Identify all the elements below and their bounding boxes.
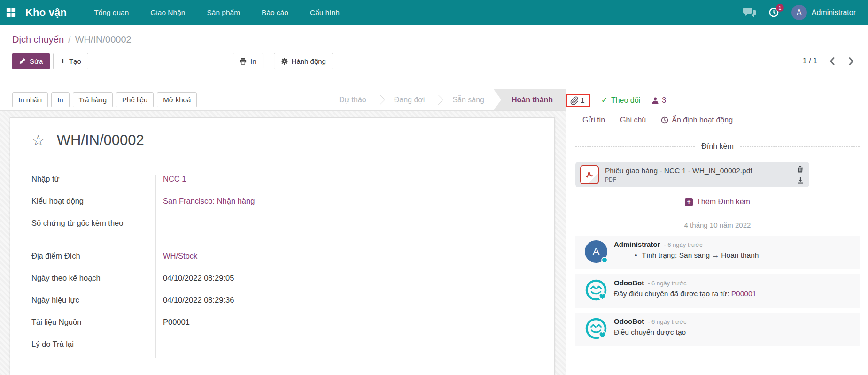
form-sheet-background: ☆ WH/IN/00002 Nhập từ NCC 1 Kiểu hoạt độ… — [0, 111, 566, 375]
field-row: Ngày theo kế hoạch 04/10/2022 08:29:05 — [31, 272, 535, 294]
breadcrumb-separator: / — [68, 34, 71, 45]
plus-square-icon: + — [685, 198, 693, 206]
download-attachment-icon[interactable] — [797, 177, 804, 184]
stage-draft[interactable]: Dự thảo — [330, 96, 376, 104]
favorite-star-icon[interactable]: ☆ — [31, 133, 45, 148]
chatter-panel: Gửi tin Ghi chú Ấn định hoạt động Đính k… — [566, 111, 868, 375]
print-labels-button[interactable]: In nhãn — [12, 92, 48, 107]
followers-button[interactable]: 3 — [651, 96, 666, 105]
log-note-tab[interactable]: Ghi chú — [620, 116, 646, 124]
main-menu: Tổng quan Giao Nhận Sản phẩm Báo cáo Cấu… — [94, 8, 340, 17]
messages-icon[interactable] — [743, 7, 756, 18]
stage-ready[interactable]: Sẵn sàng — [443, 96, 494, 104]
pager-previous-icon[interactable] — [829, 57, 835, 65]
field-row: Địa điểm Đích WH/Stock — [31, 250, 535, 272]
tracking-change: Tình trạng: Sẵn sàng → Hoàn thành — [642, 251, 759, 260]
message-author[interactable]: OdooBot — [614, 317, 644, 325]
odoobot-avatar — [585, 317, 607, 340]
printer-icon — [240, 58, 247, 65]
field-value-partner[interactable]: NCC 1 — [155, 173, 186, 184]
stage-waiting[interactable]: Đang đợi — [385, 96, 434, 104]
app-title[interactable]: Kho vận — [25, 7, 67, 19]
attachment-count: 1 — [581, 96, 585, 105]
field-value-operation-type[interactable]: San Francisco: Nhận hàng — [155, 195, 255, 207]
field-row: Kiểu hoạt động San Francisco: Nhận hàng — [31, 195, 535, 217]
field-row: Lý do Trả lại — [31, 338, 535, 360]
return-button[interactable]: Trả hàng — [73, 92, 113, 107]
field-row: Nhập từ NCC 1 — [31, 173, 535, 195]
breadcrumb-current: WH/IN/00002 — [75, 34, 132, 45]
chatter-topbar: 1 ✓ Theo dõi 3 — [566, 89, 680, 111]
schedule-activity-tab[interactable]: Ấn định hoạt động — [661, 116, 733, 124]
create-button-label: Tạo — [69, 57, 81, 65]
field-label-origin-document: Số chứng từ gốc kèm theo — [31, 217, 155, 229]
paperclip-icon — [570, 96, 578, 105]
print-button-small[interactable]: In — [51, 92, 70, 107]
activity-icon[interactable]: 1 — [768, 7, 779, 18]
unlock-button[interactable]: Mở khoá — [157, 92, 197, 107]
message-author[interactable]: OdooBot — [614, 279, 644, 287]
pager-next-icon[interactable] — [849, 57, 854, 65]
message-time: - 6 ngày trước — [648, 318, 686, 325]
date-separator: 4 tháng 10 năm 2022 — [684, 221, 751, 229]
record-title: WH/IN/00002 — [57, 132, 144, 149]
action-button[interactable]: Hành động — [274, 53, 333, 69]
source-document-link[interactable]: P00001 — [731, 290, 756, 298]
breadcrumb-parent-link[interactable]: Dịch chuyển — [12, 34, 64, 45]
follow-button[interactable]: ✓ Theo dõi — [601, 95, 641, 105]
scrap-button[interactable]: Phế liệu — [116, 92, 154, 107]
field-value-destination-location[interactable]: WH/Stock — [155, 250, 197, 261]
odoobot-avatar — [585, 279, 607, 301]
user-menu[interactable]: A Administrator — [791, 5, 856, 20]
edit-button-label: Sửa — [30, 57, 43, 65]
menu-configuration[interactable]: Cấu hình — [310, 8, 340, 17]
field-value-source-document[interactable]: P00001 — [155, 316, 190, 328]
top-navbar: Kho vận Tổng quan Giao Nhận Sản phẩm Báo… — [0, 0, 868, 25]
attachments-toggle-button[interactable]: 1 — [570, 96, 585, 105]
user-avatar: A — [791, 5, 807, 20]
check-icon: ✓ — [601, 95, 608, 105]
add-attachment-button[interactable]: + Thêm Đính kèm — [685, 198, 750, 206]
field-label-source-document: Tài liệu Nguồn — [31, 316, 155, 328]
field-label-scheduled-date: Ngày theo kế hoạch — [31, 272, 155, 283]
create-button[interactable]: + Tạo — [53, 53, 88, 69]
field-row: Ngày hiệu lực 04/10/2022 08:29:36 — [31, 294, 535, 316]
apps-menu-icon[interactable] — [0, 7, 22, 18]
person-icon — [651, 97, 659, 104]
menu-operations[interactable]: Giao Nhận — [150, 8, 185, 17]
print-button[interactable]: In — [232, 53, 264, 69]
menu-overview[interactable]: Tổng quan — [94, 8, 129, 17]
attachment-filename[interactable]: Phiếu giao hàng - NCC 1 - WH_IN_00002.pd… — [605, 167, 790, 175]
online-status-dot — [601, 257, 608, 263]
stage-chevron-icon — [434, 95, 443, 105]
stage-pipeline: Dự thảo Đang đợi Sẵn sàng Hoàn thành — [330, 89, 566, 110]
field-value-scheduled-date[interactable]: 04/10/2022 08:29:05 — [155, 272, 234, 283]
attachment-filetype: PDF — [605, 176, 790, 183]
field-label-destination-location: Địa điểm Đích — [31, 250, 155, 261]
print-button-label: In — [250, 57, 256, 65]
attachment-card: Phiếu giao hàng - NCC 1 - WH_IN_00002.pd… — [575, 162, 809, 187]
message-time: - 6 ngày trước — [664, 241, 702, 248]
tracking-bullet: • — [635, 251, 637, 260]
edit-button[interactable]: Sửa — [12, 53, 50, 69]
field-value-effective-date[interactable]: 04/10/2022 08:29:36 — [155, 294, 234, 306]
stage-done[interactable]: Hoàn thành — [494, 89, 566, 110]
message-author[interactable]: Administrator — [614, 240, 660, 248]
send-message-tab[interactable]: Gửi tin — [582, 116, 605, 124]
avatar: A — [585, 240, 607, 263]
field-row: Tài liệu Nguồn P00001 — [31, 316, 535, 338]
delete-attachment-icon[interactable] — [797, 166, 804, 173]
gear-icon — [281, 58, 288, 65]
form-statusbar: In nhãn In Trả hàng Phế liệu Mở khoá Dự … — [0, 89, 566, 111]
field-row: Số chứng từ gốc kèm theo — [31, 217, 535, 250]
menu-products[interactable]: Sản phẩm — [207, 8, 240, 17]
menu-reporting[interactable]: Báo cáo — [262, 8, 288, 17]
activity-badge: 1 — [776, 4, 784, 12]
tracking-new-value: Hoàn thành — [721, 251, 759, 259]
add-attachment-label: Thêm Đính kèm — [697, 198, 750, 206]
annotation-red-box: 1 — [566, 94, 590, 107]
pencil-icon — [19, 58, 26, 64]
follow-label: Theo dõi — [611, 96, 640, 105]
message-time: - 6 ngày trước — [648, 280, 686, 287]
arrow-right-icon: → — [712, 251, 720, 259]
